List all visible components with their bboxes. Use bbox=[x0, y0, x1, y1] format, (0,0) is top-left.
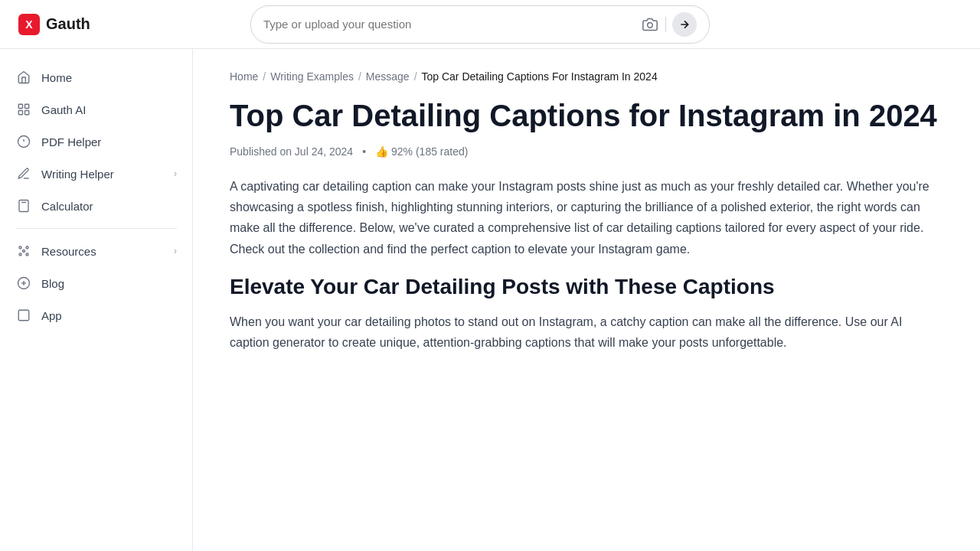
logo[interactable]: X Gauth bbox=[18, 14, 90, 35]
sidebar-item-app[interactable]: App bbox=[0, 299, 192, 331]
svg-rect-2 bbox=[25, 104, 29, 108]
article-body: A captivating car detailing caption can … bbox=[230, 176, 943, 353]
breadcrumb: Home / Writing Examples / Message / Top … bbox=[230, 70, 943, 83]
sidebar-item-pdf-helper[interactable]: PDF Helper bbox=[0, 126, 192, 158]
svg-rect-4 bbox=[25, 111, 29, 115]
svg-point-21 bbox=[19, 253, 21, 256]
article-section1-title: Elevate Your Car Detailing Posts with Th… bbox=[230, 275, 943, 299]
article-section1-body: When you want your car detailing photos … bbox=[230, 311, 943, 353]
breadcrumb-message[interactable]: Message bbox=[366, 70, 410, 83]
svg-rect-27 bbox=[18, 310, 29, 321]
breadcrumb-sep-2: / bbox=[358, 70, 361, 83]
logo-icon: X bbox=[18, 14, 40, 35]
sidebar-gauth-ai-label: Gauth AI bbox=[41, 103, 86, 116]
article: Top Car Detailing Captions for Instagram… bbox=[230, 98, 943, 353]
breadcrumb-current: Top Car Detailing Captions For Instagram… bbox=[422, 70, 658, 83]
sidebar-item-gauth-ai[interactable]: Gauth AI bbox=[0, 93, 192, 126]
article-intro: A captivating car detailing caption can … bbox=[230, 176, 943, 259]
article-meta: Published on Jul 24, 2024 • 👍 92% (185 r… bbox=[230, 145, 943, 158]
sidebar-pdf-label: PDF Helper bbox=[41, 135, 101, 148]
resources-chevron-icon: › bbox=[174, 246, 177, 256]
resources-icon bbox=[15, 243, 32, 259]
sidebar-app-label: App bbox=[41, 309, 62, 322]
sidebar-divider bbox=[15, 228, 177, 229]
svg-point-0 bbox=[648, 22, 653, 28]
home-icon bbox=[15, 69, 32, 86]
sidebar-resources-label: Resources bbox=[41, 245, 96, 258]
rating-text: 92% (185 rated) bbox=[391, 145, 468, 158]
svg-point-19 bbox=[19, 246, 21, 249]
sidebar-item-resources[interactable]: Resources › bbox=[0, 235, 192, 267]
sidebar-blog-label: Blog bbox=[41, 277, 64, 290]
svg-rect-1 bbox=[18, 104, 22, 108]
svg-point-23 bbox=[23, 250, 25, 253]
writing-chevron-icon: › bbox=[174, 168, 177, 179]
writing-icon bbox=[15, 165, 32, 182]
header: X Gauth bbox=[0, 0, 980, 49]
blog-icon bbox=[15, 275, 32, 292]
breadcrumb-home[interactable]: Home bbox=[230, 70, 258, 83]
search-bar bbox=[250, 5, 710, 44]
gauth-ai-icon bbox=[15, 101, 32, 118]
sidebar-writing-label: Writing Helper bbox=[41, 168, 114, 181]
sidebar: Home Gauth AI bbox=[0, 49, 193, 551]
calculator-icon bbox=[15, 197, 32, 214]
logo-text: Gauth bbox=[46, 15, 90, 33]
breadcrumb-sep-1: / bbox=[263, 70, 266, 83]
breadcrumb-sep-3: / bbox=[414, 70, 417, 83]
search-divider bbox=[665, 17, 666, 32]
svg-point-20 bbox=[26, 246, 28, 249]
main-content: Home / Writing Examples / Message / Top … bbox=[193, 49, 980, 551]
svg-point-22 bbox=[26, 253, 28, 256]
sidebar-item-calculator[interactable]: Calculator bbox=[0, 190, 192, 222]
svg-rect-8 bbox=[19, 201, 28, 212]
article-title: Top Car Detailing Captions for Instagram… bbox=[230, 98, 943, 133]
breadcrumb-writing-examples[interactable]: Writing Examples bbox=[270, 70, 354, 83]
publish-date: Published on Jul 24, 2024 bbox=[230, 145, 353, 158]
article-rating: 👍 92% (185 rated) bbox=[375, 145, 468, 158]
sidebar-item-home[interactable]: Home bbox=[0, 61, 192, 93]
sidebar-calculator-label: Calculator bbox=[41, 200, 93, 213]
svg-rect-3 bbox=[18, 111, 22, 115]
layout: Home Gauth AI bbox=[0, 49, 980, 551]
app-icon bbox=[15, 307, 32, 324]
pdf-icon bbox=[15, 133, 32, 150]
sidebar-item-writing-helper[interactable]: Writing Helper › bbox=[0, 158, 192, 190]
search-input[interactable] bbox=[263, 18, 635, 31]
thumb-icon: 👍 bbox=[375, 145, 388, 158]
sidebar-item-blog[interactable]: Blog bbox=[0, 267, 192, 299]
meta-separator: • bbox=[362, 145, 366, 158]
camera-icon-button[interactable] bbox=[641, 15, 659, 34]
sidebar-home-label: Home bbox=[41, 71, 72, 84]
search-submit-button[interactable] bbox=[672, 12, 697, 37]
